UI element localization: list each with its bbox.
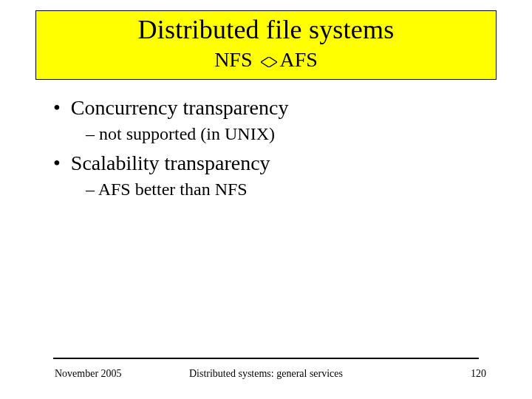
subtitle-right: AFS bbox=[280, 48, 318, 71]
bullet-l2: – not supported (in UNIX) bbox=[86, 124, 489, 144]
content-area: • Concurrency transparency – not support… bbox=[53, 92, 489, 207]
bullet-l1: • Concurrency transparency bbox=[53, 96, 489, 120]
subtitle-left: NFS bbox=[214, 48, 257, 71]
footer-title: Distributed systems: general services bbox=[0, 368, 532, 380]
bullet-l1-text: Scalability transparency bbox=[71, 151, 270, 174]
svg-marker-0 bbox=[261, 57, 277, 67]
slide: Distributed file systems NFS AFS • Concu… bbox=[0, 0, 532, 399]
page-number: 120 bbox=[471, 368, 486, 380]
slide-title: Distributed file systems bbox=[36, 14, 496, 45]
bullet-l2-text: AFS better than NFS bbox=[98, 180, 248, 199]
diamond-icon bbox=[261, 49, 277, 72]
slide-subtitle: NFS AFS bbox=[36, 48, 496, 75]
bullet-l2: – AFS better than NFS bbox=[86, 180, 489, 200]
bullet-l1-text: Concurrency transparency bbox=[71, 96, 289, 119]
footer-divider bbox=[53, 358, 479, 359]
footer: November 2005 Distributed systems: gener… bbox=[0, 368, 532, 383]
bullet-l2-text: not supported (in UNIX) bbox=[99, 124, 275, 143]
bullet-l1: • Scalability transparency bbox=[53, 151, 489, 175]
title-block: Distributed file systems NFS AFS bbox=[35, 10, 497, 80]
